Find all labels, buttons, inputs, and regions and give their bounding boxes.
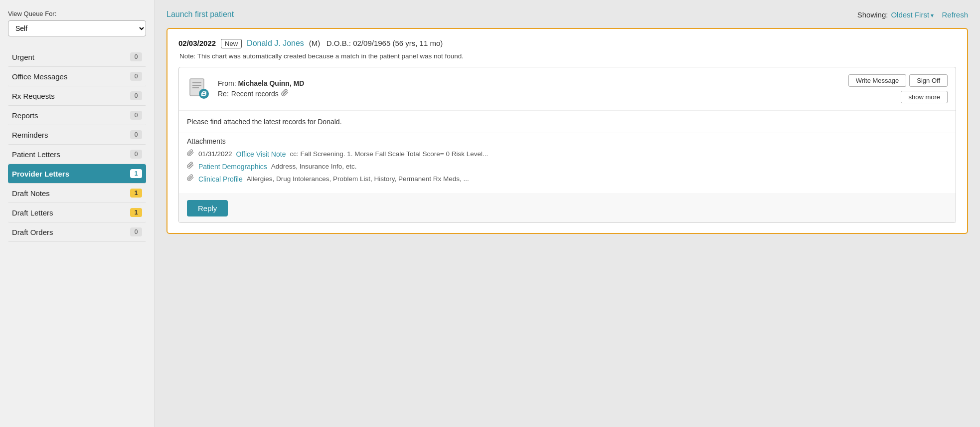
nav-list: Urgent0Office Messages0Rx Requests0Repor…: [8, 47, 146, 242]
auto-note: Note: This chart was automatically creat…: [179, 52, 956, 60]
sidebar: View Queue For: Self Urgent0Office Messa…: [0, 0, 155, 427]
sidebar-item-draft-letters[interactable]: Draft Letters1: [8, 203, 146, 222]
showing-area: Showing: Oldest First Refresh: [857, 10, 968, 19]
launch-first-patient-link[interactable]: Launch first patient: [166, 10, 234, 19]
attachment-row-1: Patient DemographicsAddress, Insurance I…: [187, 162, 948, 171]
sidebar-item-reminders[interactable]: Reminders0: [8, 125, 146, 145]
message-actions: Write Message Sign Off show more: [848, 74, 948, 103]
attachment-desc-0: cc: Fall Screening. 1. Morse Fall Scale …: [290, 150, 488, 158]
sidebar-item-patient-letters[interactable]: Patient Letters0: [8, 145, 146, 164]
sidebar-badge-draft-notes: 1: [130, 189, 142, 198]
attachment-clip-icon-2: [187, 174, 194, 184]
showing-value-dropdown[interactable]: Oldest First: [891, 10, 934, 19]
message-footer: Reply: [179, 194, 956, 222]
sidebar-item-label-office-messages: Office Messages: [12, 72, 67, 81]
attachments-section: Attachments 01/31/2022Office Visit Notec…: [179, 133, 956, 194]
sidebar-badge-urgent: 0: [130, 52, 142, 61]
paperclip-icon: [281, 89, 289, 98]
message-from-area: From: Michaela Quinn, MD Re: Recent reco…: [218, 79, 841, 98]
sidebar-badge-draft-orders: 0: [130, 227, 142, 236]
message-header: From: Michaela Quinn, MD Re: Recent reco…: [179, 67, 956, 111]
new-badge: New: [221, 39, 242, 48]
sidebar-item-draft-notes[interactable]: Draft Notes1: [8, 184, 146, 203]
sidebar-badge-reports: 0: [130, 111, 142, 120]
message-doc-icon: [187, 77, 211, 101]
sidebar-item-draft-orders[interactable]: Draft Orders0: [8, 222, 146, 242]
patient-card: 02/03/2022 New Donald J. Jones (M) D.O.B…: [166, 28, 968, 234]
attachment-desc-2: Allergies, Drug Intolerances, Problem Li…: [247, 175, 469, 183]
sidebar-item-label-draft-notes: Draft Notes: [12, 189, 50, 198]
sidebar-item-label-reports: Reports: [12, 111, 38, 120]
top-bar: Launch first patient Showing: Oldest Fir…: [166, 10, 968, 19]
attachment-row-2: Clinical ProfileAllergies, Drug Intolera…: [187, 174, 948, 184]
attachment-clip-icon-0: [187, 149, 194, 159]
sidebar-badge-patient-letters: 0: [130, 150, 142, 159]
sidebar-item-provider-letters[interactable]: Provider Letters1: [8, 164, 146, 184]
attachments-title: Attachments: [187, 137, 948, 145]
sidebar-item-label-draft-orders: Draft Orders: [12, 228, 53, 236]
showing-label: Showing:: [857, 10, 888, 19]
show-more-button[interactable]: show more: [901, 91, 948, 103]
sidebar-badge-office-messages: 0: [130, 72, 142, 81]
sidebar-badge-rx-requests: 0: [130, 91, 142, 100]
sidebar-badge-draft-letters: 1: [130, 208, 142, 217]
sign-off-button[interactable]: Sign Off: [909, 74, 948, 87]
attachment-date-0: 01/31/2022: [198, 150, 232, 158]
reply-button[interactable]: Reply: [187, 200, 228, 216]
sidebar-item-label-urgent: Urgent: [12, 53, 34, 61]
view-queue-label: View Queue For:: [8, 10, 146, 17]
sidebar-badge-reminders: 0: [130, 130, 142, 139]
message-action-buttons: Write Message Sign Off: [848, 74, 948, 87]
attachment-row-0: 01/31/2022Office Visit Notecc: Fall Scre…: [187, 149, 948, 159]
sidebar-item-label-rx-requests: Rx Requests: [12, 92, 55, 100]
view-queue-select[interactable]: Self: [8, 20, 146, 36]
main-content: Launch first patient Showing: Oldest Fir…: [155, 0, 980, 427]
refresh-link[interactable]: Refresh: [942, 10, 968, 19]
attachment-link-2[interactable]: Clinical Profile: [198, 175, 243, 183]
attachment-desc-1: Address, Insurance Info, etc.: [271, 163, 357, 170]
from-line: From: Michaela Quinn, MD: [218, 79, 841, 87]
attachment-clip-icon-1: [187, 162, 194, 171]
message-box: From: Michaela Quinn, MD Re: Recent reco…: [178, 67, 956, 223]
sidebar-item-rx-requests[interactable]: Rx Requests0: [8, 86, 146, 106]
re-line: Re: Recent records: [218, 89, 841, 98]
sidebar-item-label-reminders: Reminders: [12, 131, 48, 139]
write-message-button[interactable]: Write Message: [848, 74, 906, 87]
attachment-link-0[interactable]: Office Visit Note: [236, 150, 286, 158]
sidebar-item-label-provider-letters: Provider Letters: [12, 170, 69, 178]
card-date: 02/03/2022: [178, 39, 216, 47]
sidebar-badge-provider-letters: 1: [130, 169, 142, 178]
attachment-link-1[interactable]: Patient Demographics: [198, 163, 267, 171]
card-header: 02/03/2022 New Donald J. Jones (M) D.O.B…: [178, 39, 956, 48]
sidebar-item-label-patient-letters: Patient Letters: [12, 150, 60, 159]
patient-name-link[interactable]: Donald J. Jones: [247, 39, 304, 48]
sidebar-item-reports[interactable]: Reports0: [8, 106, 146, 125]
from-name: Michaela Quinn, MD: [238, 79, 304, 87]
patient-meta: (M) D.O.B.: 02/09/1965 (56 yrs, 11 mo): [309, 39, 443, 47]
message-body-text: Please find attached the latest records …: [187, 118, 342, 126]
sidebar-item-office-messages[interactable]: Office Messages0: [8, 67, 146, 86]
attachments-list: 01/31/2022Office Visit Notecc: Fall Scre…: [187, 149, 948, 184]
re-subject: Recent records: [231, 90, 279, 98]
sidebar-item-label-draft-letters: Draft Letters: [12, 209, 53, 217]
message-body: Please find attached the latest records …: [179, 111, 956, 133]
sidebar-item-urgent[interactable]: Urgent0: [8, 47, 146, 67]
